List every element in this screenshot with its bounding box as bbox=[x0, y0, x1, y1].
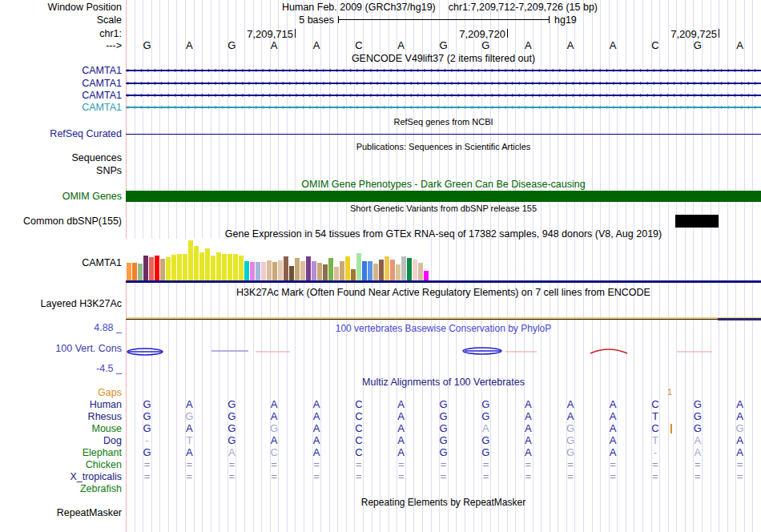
alignment-base-dog: A bbox=[380, 435, 422, 446]
alignment-base-rhesus: T bbox=[634, 411, 676, 422]
sequence-base: A bbox=[507, 40, 550, 51]
track-label-camta1[interactable]: CAMTA1 bbox=[0, 90, 122, 101]
track-label-camta1[interactable]: CAMTA1 bbox=[0, 102, 122, 113]
alignment-base-elephant: A bbox=[211, 447, 253, 458]
alignment-base-mouse: A bbox=[295, 423, 337, 434]
alignment-base-dog: G bbox=[550, 435, 592, 446]
alignment-base-x-tropicalis: = bbox=[465, 471, 507, 482]
alignment-base-rhesus: A bbox=[507, 411, 550, 422]
track-label-sequences[interactable]: Sequences bbox=[0, 152, 122, 163]
alignment-base-rhesus: A bbox=[380, 411, 422, 422]
sequence-base: A bbox=[380, 40, 422, 51]
track-label-4-88[interactable]: 4.88 _ bbox=[0, 322, 122, 333]
alignment-base-chicken: = bbox=[507, 459, 550, 470]
alignment-base-rhesus: A bbox=[295, 411, 337, 422]
transcript-row[interactable]: ››››››››››››››››››››››››››››››››››››››››… bbox=[126, 103, 761, 112]
track-title-gene-expression-in-54-tissues-[interactable]: Gene Expression in 54 tissues from GTEx … bbox=[126, 228, 761, 240]
sequence-base: A bbox=[295, 40, 337, 51]
alignment-base-elephant: A bbox=[719, 447, 761, 458]
alignment-base-rhesus: G bbox=[126, 411, 168, 422]
alignment-base-rhesus: C bbox=[337, 411, 380, 422]
track-label-chr1[interactable]: chr1: bbox=[0, 28, 122, 39]
track-label-camta1[interactable]: CAMTA1 bbox=[0, 65, 122, 76]
alignment-base-elephant: C bbox=[253, 447, 296, 458]
track-title-h3k27ac-mark-often-found-near-[interactable]: H3K27Ac Mark (Often Found Near Active Re… bbox=[126, 287, 761, 298]
genome-browser-image: Human Feb. 2009 (GRCh37/hg19) chr1:7,209… bbox=[0, 0, 761, 532]
alignment-base-human: A bbox=[380, 399, 422, 410]
track-label-human[interactable]: Human bbox=[0, 399, 122, 410]
alignment-base-dog: G bbox=[465, 435, 507, 446]
track-label-chicken[interactable]: Chicken bbox=[0, 459, 122, 470]
transcript-row[interactable]: ››››››››››››››››››››››››››››››››››››››››… bbox=[126, 91, 761, 100]
alignment-base-mouse: A bbox=[465, 423, 507, 434]
ruler-coordinate: 7,209,720 bbox=[443, 28, 505, 40]
track-label-scale[interactable]: Scale bbox=[0, 14, 122, 26]
sequence-base: G bbox=[211, 40, 253, 51]
track-label-elephant[interactable]: Elephant bbox=[0, 447, 122, 458]
track-title-100-vertebrates-basewise-conse[interactable]: 100 vertebrates Basewise Conservation by… bbox=[126, 323, 761, 334]
alignment-base-dog: G bbox=[422, 435, 465, 446]
track-label-gaps[interactable]: Gaps bbox=[0, 387, 122, 398]
ruler-tick bbox=[507, 29, 508, 38]
track-label-dog[interactable]: Dog bbox=[0, 435, 122, 446]
alignment-base-rhesus: G bbox=[168, 411, 211, 422]
alignment-base-mouse: A bbox=[380, 423, 422, 434]
alignment-base-x-tropicalis: = bbox=[253, 471, 296, 482]
track-label-refseq-curated[interactable]: RefSeq Curated bbox=[0, 128, 122, 139]
track-label-repeatmasker[interactable]: RepeatMasker bbox=[0, 507, 122, 518]
track-label-common-dbsnp-155[interactable]: Common dbSNP(155) bbox=[0, 216, 122, 227]
alignment-base-dog: T bbox=[168, 435, 211, 446]
track-title-short-genetic-variants-from-db[interactable]: Short Genetic Variants from dbSNP releas… bbox=[126, 203, 761, 214]
alignment-base-chicken: = bbox=[253, 459, 296, 470]
alignment-base-x-tropicalis: = bbox=[422, 471, 465, 482]
track-label-100-vert-cons[interactable]: 100 Vert. Cons bbox=[0, 343, 122, 354]
track-label-zebrafish[interactable]: Zebrafish bbox=[0, 483, 122, 494]
alignment-base-human: G bbox=[465, 399, 507, 410]
track-label-rhesus[interactable]: Rhesus bbox=[0, 411, 122, 422]
alignment-base-x-tropicalis: = bbox=[295, 471, 337, 482]
track-title-repeating-elements-by-repeatma[interactable]: Repeating Elements by RepeatMasker bbox=[126, 497, 761, 508]
track-title-multiz-alignments-of-100-verte[interactable]: Multiz Alignments of 100 Vertebrates bbox=[126, 377, 761, 388]
track-label-mouse[interactable]: Mouse bbox=[0, 423, 122, 434]
alignment-base-x-tropicalis: = bbox=[550, 471, 592, 482]
sequence-base: G bbox=[676, 40, 719, 51]
alignment-base-chicken: = bbox=[380, 459, 422, 470]
transcript-row[interactable]: ››››››››››››››››››››››››››››››››››››››››… bbox=[126, 79, 761, 88]
track-title-omim-gene-phenotypes-dark-gree[interactable]: OMIM Gene Phenotypes - Dark Green Can Be… bbox=[126, 179, 761, 190]
track-label-window-position[interactable]: Window Position bbox=[0, 2, 122, 13]
transcript-row[interactable]: ››››››››››››››››››››››››››››››››››››››››… bbox=[126, 66, 761, 75]
track-label-[interactable]: ---> bbox=[0, 40, 122, 51]
alignment-base-chicken: = bbox=[422, 459, 465, 470]
alignment-base-mouse: G bbox=[550, 423, 592, 434]
track-label-omim-genes[interactable]: OMIM Genes bbox=[0, 191, 122, 202]
ruler-tick bbox=[295, 29, 296, 38]
alignment-base-mouse: A bbox=[592, 423, 634, 434]
alignment-base-chicken: = bbox=[337, 459, 380, 470]
sequence-base: A bbox=[168, 40, 211, 51]
scale-genome: hg19 bbox=[554, 14, 577, 26]
track-label-camta1[interactable]: CAMTA1 bbox=[0, 78, 122, 89]
track-label-x-tropicalis[interactable]: X_tropicalis bbox=[0, 471, 122, 482]
track-title-publications-sequences-in-scie[interactable]: Publications: Sequences in Scientific Ar… bbox=[126, 141, 761, 152]
alignment-base-x-tropicalis: = bbox=[634, 471, 676, 482]
track-label-snps[interactable]: SNPs bbox=[0, 165, 122, 176]
h3k27ac-right-segment bbox=[718, 318, 761, 320]
gap-insertion-tick bbox=[670, 424, 672, 433]
track-label-layered-h3k27ac[interactable]: Layered H3K27Ac bbox=[0, 298, 122, 309]
alignment-base-x-tropicalis: = bbox=[126, 471, 168, 482]
alignment-base-dog: T bbox=[634, 435, 676, 446]
track-label-camta1[interactable]: CAMTA1 bbox=[0, 257, 122, 268]
track-title-gencode-v49lift37-2-items-filt[interactable]: GENCODE V49lift37 (2 items filtered out) bbox=[126, 53, 761, 64]
alignment-base-rhesus: G bbox=[422, 411, 465, 422]
alignment-base-dog: C bbox=[337, 435, 380, 446]
alignment-base-chicken: = bbox=[550, 459, 592, 470]
alignment-base-elephant: G bbox=[126, 447, 168, 458]
alignment-base-human: A bbox=[507, 399, 550, 410]
alignment-base-elephant: A bbox=[507, 447, 550, 458]
alignment-base-x-tropicalis: = bbox=[211, 471, 253, 482]
track-title-refseq-genes-from-ncbi[interactable]: RefSeq genes from NCBI bbox=[126, 116, 761, 127]
track-label-4-5[interactable]: -4.5 _ bbox=[0, 363, 122, 374]
alignment-base-dog: - bbox=[126, 435, 168, 446]
alignment-base-rhesus: A bbox=[719, 411, 761, 422]
sequence-base: C bbox=[337, 40, 380, 51]
